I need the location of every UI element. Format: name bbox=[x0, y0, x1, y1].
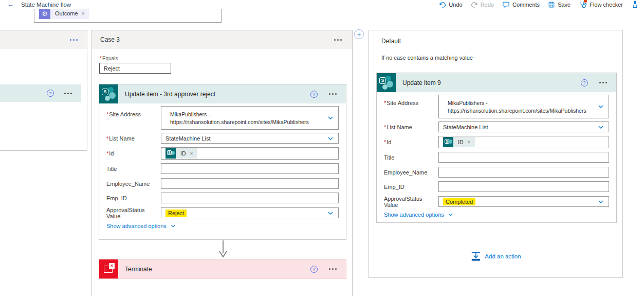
emp-id-input[interactable] bbox=[438, 181, 609, 192]
employee-name-label: Employee_Name bbox=[106, 181, 160, 187]
default-panel: Default If no case contains a matching v… bbox=[369, 30, 623, 278]
terminate-icon: × bbox=[99, 259, 118, 278]
site-address-input[interactable]: MikaPublishers - https://rishansolution.… bbox=[161, 106, 339, 130]
approval-status-value: Reject bbox=[165, 210, 187, 217]
help-icon[interactable]: ? bbox=[310, 91, 318, 98]
title-label: Title bbox=[384, 154, 437, 161]
id-token[interactable]: S ID× bbox=[165, 148, 197, 159]
title-input[interactable] bbox=[438, 152, 609, 163]
help-icon[interactable]: ? bbox=[581, 79, 588, 86]
list-name-label: *List Name bbox=[384, 124, 437, 130]
remove-token-icon[interactable]: × bbox=[468, 140, 471, 145]
approval-status-label: ApprovalStatus Value bbox=[106, 207, 160, 219]
connector-arrow bbox=[217, 240, 229, 258]
id-token[interactable]: S ID× bbox=[443, 137, 475, 147]
emp-id-label: Emp_ID bbox=[384, 184, 437, 190]
case-3-header[interactable]: Case 3 bbox=[92, 30, 352, 49]
comments-button[interactable]: Comments bbox=[502, 1, 540, 8]
chevron-down-icon[interactable] bbox=[327, 135, 334, 142]
employee-name-input[interactable] bbox=[438, 167, 609, 178]
show-advanced-options-link[interactable]: Show advanced options bbox=[384, 212, 454, 218]
help-icon[interactable]: ? bbox=[310, 266, 318, 273]
sharepoint-icon: S bbox=[165, 148, 176, 159]
terminate-menu-button[interactable] bbox=[327, 266, 339, 272]
add-case-button[interactable]: + bbox=[354, 29, 364, 39]
update-item-9-card: S Update item 9 ? *Site Address MikaPubl… bbox=[376, 73, 617, 223]
equals-label: *Equals bbox=[100, 56, 118, 61]
update-item-reject-card: S Update item - 3rd approver reject ? *S… bbox=[99, 84, 346, 240]
id-label: *Id bbox=[384, 139, 437, 145]
site-address-label: *Site Address bbox=[106, 111, 160, 117]
list-name-label: *List Name bbox=[106, 135, 160, 142]
test-flask-icon bbox=[631, 1, 639, 8]
action-menu-button[interactable] bbox=[327, 91, 339, 97]
action-title: Update item 9 bbox=[402, 79, 441, 86]
update-item-reject-header[interactable]: S Update item - 3rd approver reject ? bbox=[99, 84, 346, 103]
chevron-down-icon bbox=[170, 223, 176, 229]
employee-name-label: Employee_Name bbox=[384, 169, 437, 176]
chevron-down-icon[interactable] bbox=[597, 124, 604, 131]
add-an-action-button[interactable]: Add an action bbox=[470, 252, 521, 261]
chevron-down-icon[interactable] bbox=[597, 198, 604, 205]
case-3-panel: Case 3 *Equals Reject S Update item - 3r… bbox=[91, 30, 353, 296]
save-icon bbox=[548, 1, 555, 8]
case-partial-header[interactable] bbox=[0, 30, 87, 49]
action-menu-button[interactable] bbox=[597, 80, 609, 85]
default-title: Default bbox=[381, 38, 401, 45]
sharepoint-icon: S bbox=[377, 73, 396, 92]
command-bar: ← State Machine flow Undo Redo Comments … bbox=[0, 0, 644, 9]
id-input[interactable]: S ID× bbox=[161, 147, 339, 160]
redo-button[interactable]: Redo bbox=[471, 1, 494, 8]
approval-status-input[interactable]: Completed bbox=[438, 196, 609, 207]
help-icon[interactable]: ? bbox=[47, 90, 54, 97]
site-address-input[interactable]: MikaPublishers - https://rishansolution.… bbox=[438, 95, 609, 118]
approval-status-value: Completed bbox=[443, 198, 475, 205]
flow-title: State Machine flow bbox=[21, 2, 71, 8]
outcome-token[interactable]: ⚙ Outcome × bbox=[39, 8, 89, 19]
chevron-down-icon[interactable] bbox=[327, 114, 334, 121]
action-menu-button[interactable] bbox=[62, 91, 74, 96]
case-panel-partial: ? bbox=[0, 30, 87, 151]
update-item-9-header[interactable]: S Update item 9 ? bbox=[377, 73, 616, 92]
employee-name-input[interactable] bbox=[161, 178, 339, 189]
chevron-down-icon[interactable] bbox=[327, 210, 334, 217]
terminate-title: Terminate bbox=[125, 266, 152, 273]
chevron-down-icon bbox=[448, 212, 454, 218]
action-card-header-partial[interactable]: ? bbox=[0, 84, 81, 102]
approval-status-input[interactable]: Reject bbox=[161, 207, 339, 218]
chevron-down-icon[interactable] bbox=[597, 103, 604, 110]
default-subtitle: If no case contains a matching value bbox=[381, 55, 473, 61]
undo-icon bbox=[439, 1, 446, 8]
comments-icon bbox=[502, 1, 510, 8]
sharepoint-icon: S bbox=[443, 137, 453, 147]
case-3-title: Case 3 bbox=[100, 36, 120, 43]
id-label: *Id bbox=[106, 150, 160, 156]
case-3-menu-button[interactable] bbox=[332, 37, 344, 43]
undo-button[interactable]: Undo bbox=[439, 1, 462, 8]
approvals-icon: ⚙ bbox=[39, 8, 50, 19]
back-button[interactable]: ← bbox=[5, 1, 16, 9]
equals-input[interactable]: Reject bbox=[99, 63, 171, 74]
remove-token-icon[interactable]: × bbox=[82, 11, 85, 16]
terminate-card[interactable]: × Terminate ? bbox=[99, 259, 346, 279]
test-button[interactable] bbox=[631, 1, 639, 8]
list-name-input[interactable]: StateMachine List bbox=[161, 133, 339, 144]
show-advanced-options-link[interactable]: Show advanced options bbox=[106, 223, 176, 229]
back-icon: ← bbox=[7, 1, 14, 8]
title-label: Title bbox=[106, 166, 160, 172]
remove-token-icon[interactable]: × bbox=[190, 151, 193, 156]
power-automate-designer: ⚙ Outcome × ? Case 3 *Equals Reject bbox=[0, 0, 644, 296]
plus-icon: + bbox=[357, 30, 361, 38]
save-button[interactable]: Save bbox=[548, 1, 571, 8]
add-action-icon bbox=[470, 252, 481, 261]
flow-checker-button[interactable]: Flow checker bbox=[579, 1, 623, 8]
equals-value: Reject bbox=[104, 65, 120, 72]
redo-icon bbox=[471, 1, 478, 8]
outcome-token-label: Outcome bbox=[55, 10, 78, 16]
sharepoint-icon: S bbox=[99, 84, 118, 103]
list-name-input[interactable]: StateMachine List bbox=[438, 121, 609, 132]
case-partial-menu-button[interactable] bbox=[68, 37, 80, 43]
title-input[interactable] bbox=[161, 163, 339, 174]
emp-id-input[interactable] bbox=[161, 193, 339, 203]
id-input[interactable]: S ID× bbox=[438, 136, 609, 148]
